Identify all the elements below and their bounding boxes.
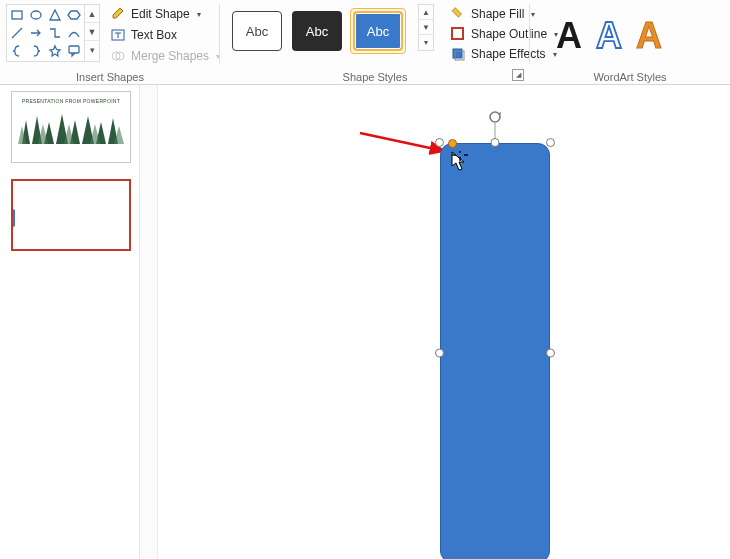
shape-outline-icon xyxy=(450,26,466,42)
svg-rect-2 xyxy=(69,46,79,53)
scroll-down-icon[interactable]: ▼ xyxy=(85,23,99,41)
edit-shape-button[interactable]: Edit Shape ▾ xyxy=(106,4,224,24)
group-label-insert-shapes: Insert Shapes xyxy=(0,68,220,84)
resize-handle-tl[interactable] xyxy=(435,138,444,147)
resize-handle-mr[interactable] xyxy=(546,349,555,358)
style-swatch-blue[interactable]: Abc xyxy=(353,11,403,51)
shape-lbrace-icon[interactable] xyxy=(9,43,25,59)
edit-shape-label: Edit Shape xyxy=(131,7,190,21)
slide-thumb-1[interactable]: PRESENTATION FROM POWERPOINT xyxy=(11,91,131,163)
wordart-style-blue-outline[interactable]: A xyxy=(596,18,622,54)
rotate-handle[interactable] xyxy=(487,109,503,125)
shape-star-icon[interactable] xyxy=(47,43,63,59)
shape-oval-icon[interactable] xyxy=(28,7,44,23)
caret-icon: ▾ xyxy=(197,10,201,19)
wordart-style-orange[interactable]: A xyxy=(636,18,662,54)
ribbon: ▲ ▼ ▾ Edit Shape ▾ Text Box Merge Shape xyxy=(0,0,730,85)
vertical-ruler xyxy=(140,85,158,559)
text-box-label: Text Box xyxy=(131,28,177,42)
style-gallery-scroll[interactable]: ▲ ▼ ▾ xyxy=(418,4,434,51)
style-swatch-outline[interactable]: Abc xyxy=(232,11,282,51)
adjust-handle[interactable] xyxy=(448,139,457,148)
rounded-rectangle[interactable] xyxy=(440,143,550,559)
group-label-wordart: WordArt Styles xyxy=(530,68,730,84)
style-swatch-dark[interactable]: Abc xyxy=(292,11,342,51)
shape-style-gallery[interactable]: Abc Abc Abc xyxy=(226,4,410,58)
slide1-title: PRESENTATION FROM POWERPOINT xyxy=(12,98,130,104)
text-box-button[interactable]: Text Box xyxy=(106,25,224,45)
gallery-more-icon[interactable]: ▾ xyxy=(85,41,99,59)
selected-shape[interactable] xyxy=(440,143,550,559)
shape-arrow-icon[interactable] xyxy=(28,25,44,41)
slide-canvas[interactable] xyxy=(140,85,730,559)
svg-rect-6 xyxy=(452,28,463,39)
group-label-shape-styles: Shape Styles xyxy=(220,68,530,84)
shapes-gallery[interactable] xyxy=(6,4,85,62)
shape-curve-icon[interactable] xyxy=(66,25,82,41)
merge-shapes-label: Merge Shapes xyxy=(131,49,209,63)
resize-handle-tr[interactable] xyxy=(546,138,555,147)
scroll-up-icon[interactable]: ▲ xyxy=(419,5,433,20)
shape-callout-icon[interactable] xyxy=(66,43,82,59)
shape-rect-icon[interactable] xyxy=(9,7,25,23)
shapes-gallery-scroll[interactable]: ▲ ▼ ▾ xyxy=(85,4,100,62)
workspace: PRESENTATION FROM POWERPOINT xyxy=(0,85,730,559)
group-wordart-styles: A A A WordArt Styles xyxy=(530,0,730,84)
gallery-more-icon[interactable]: ▾ xyxy=(419,35,433,50)
edit-shape-icon xyxy=(110,6,126,22)
svg-line-9 xyxy=(360,133,444,151)
merge-shapes-button: Merge Shapes ▾ xyxy=(106,46,224,66)
shape-rbrace-icon[interactable] xyxy=(28,43,44,59)
svg-rect-7 xyxy=(453,49,462,58)
shape-line-icon[interactable] xyxy=(9,25,25,41)
slide2-shape-preview xyxy=(11,209,15,227)
svg-rect-0 xyxy=(12,11,22,19)
group-shape-styles: Abc Abc Abc ▲ ▼ ▾ Shape Fill ▾ Shape Out… xyxy=(220,0,530,84)
resize-handle-ml[interactable] xyxy=(435,349,444,358)
shape-hexagon-icon[interactable] xyxy=(66,7,82,23)
text-box-icon xyxy=(110,27,126,43)
wordart-style-black[interactable]: A xyxy=(556,18,582,54)
svg-point-10 xyxy=(490,112,500,122)
svg-point-1 xyxy=(31,11,41,19)
rotate-connector xyxy=(495,123,496,139)
dialog-launcher-icon[interactable]: ◢ xyxy=(512,69,524,81)
scroll-up-icon[interactable]: ▲ xyxy=(85,5,99,23)
shape-triangle-icon[interactable] xyxy=(47,7,63,23)
slide-thumbnail-panel[interactable]: PRESENTATION FROM POWERPOINT xyxy=(0,85,140,559)
shape-elbow-icon[interactable] xyxy=(47,25,63,41)
wordart-gallery[interactable]: A A A xyxy=(536,2,724,64)
group-insert-shapes: ▲ ▼ ▾ Edit Shape ▾ Text Box Merge Shape xyxy=(0,0,220,84)
slide-area[interactable] xyxy=(158,85,730,559)
resize-handle-tm[interactable] xyxy=(491,138,500,147)
shape-fill-label: Shape Fill xyxy=(471,7,524,21)
slide1-art xyxy=(16,110,128,144)
shape-effects-icon xyxy=(450,46,466,62)
shape-fill-icon xyxy=(450,6,466,22)
merge-shapes-icon xyxy=(110,48,126,64)
slide-thumb-2[interactable] xyxy=(11,179,131,251)
scroll-down-icon[interactable]: ▼ xyxy=(419,20,433,35)
